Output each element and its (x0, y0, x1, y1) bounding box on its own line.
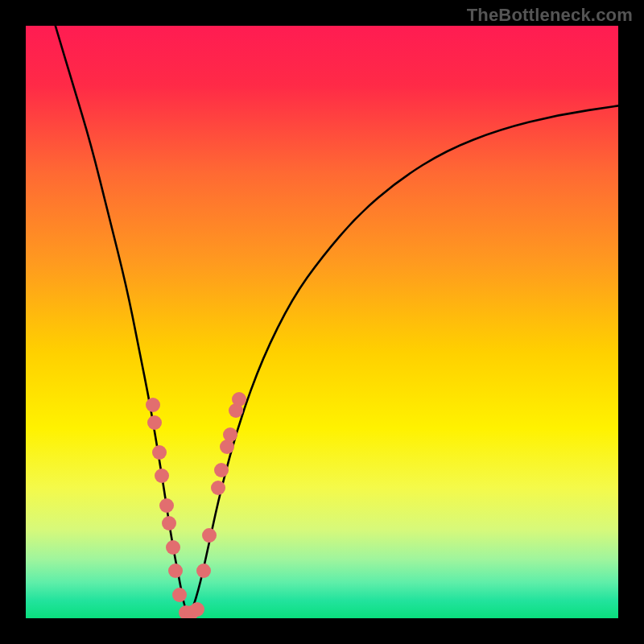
background-gradient (26, 26, 618, 618)
chart-stage: TheBottleneck.com (0, 0, 644, 644)
data-dot (172, 588, 187, 602)
svg-rect-0 (26, 26, 618, 618)
data-dot (168, 564, 183, 578)
data-dot (147, 415, 162, 430)
plot-area (26, 26, 618, 618)
data-dot (196, 564, 211, 578)
data-dot (162, 516, 176, 530)
data-dot (166, 540, 180, 555)
data-dot (146, 398, 160, 412)
data-dot (223, 427, 237, 442)
data-dot (214, 463, 229, 477)
data-dot (211, 481, 225, 495)
data-dot (202, 528, 217, 543)
watermark-text: TheBottleneck.com (467, 5, 633, 26)
data-dot (152, 445, 167, 460)
data-dot (190, 602, 204, 617)
data-dot (155, 469, 169, 483)
data-dot (159, 498, 174, 513)
data-dot (232, 392, 246, 407)
